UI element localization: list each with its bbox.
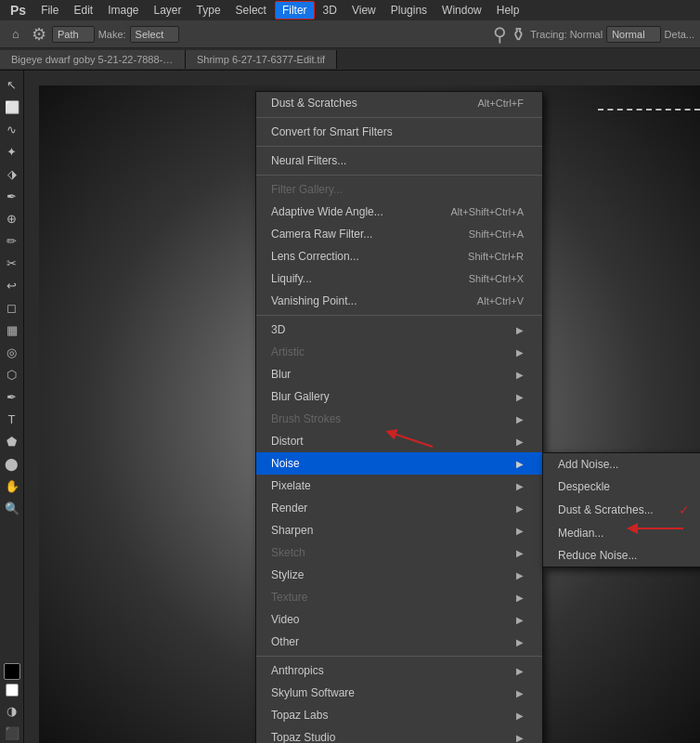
tool-select[interactable]: ⬜ [2,97,22,117]
menubar-view[interactable]: View [345,2,382,19]
tool-gradient[interactable]: ▦ [2,319,22,340]
menu-item-topaz-studio[interactable]: Topaz Studio ▶ [256,726,542,743]
menu-item-convert-smart[interactable]: Convert for Smart Filters [256,121,542,143]
tool-clone[interactable]: ✂ [2,253,22,273]
menu-item-artistic: Artistic ▶ [256,341,542,363]
tracing-dropdown[interactable]: Normal [606,26,660,43]
divider-4 [256,315,542,316]
menubar-layer[interactable]: Layer [148,2,188,19]
foreground-color[interactable] [4,663,20,680]
tabbar: Bigeye dwarf goby 5-21-22-7888-Recov... … [0,48,700,71]
submenu-reduce-noise[interactable]: Reduce Noise... [543,544,700,567]
menu-item-filter-gallery: Filter Gallery... [256,178,542,201]
menubar-type[interactable]: Type [190,2,227,19]
canvas-area: Dust & Scratches Alt+Ctrl+F Convert for … [24,71,700,743]
menu-item-skylum[interactable]: Skylum Software ▶ [256,682,542,704]
menubar-help[interactable]: Help [490,2,526,19]
menu-item-distort[interactable]: Distort ▶ [256,430,542,452]
ruler-vertical [24,85,39,743]
tool-dodge[interactable]: ⬡ [2,364,22,385]
submenu-add-noise[interactable]: Add Noise... [543,453,700,476]
tool-zoom[interactable]: 🔍 [2,498,22,518]
menubar-plugins[interactable]: Plugins [384,2,434,19]
tool-path[interactable]: ⬟ [2,431,22,451]
tab-0[interactable]: Bigeye dwarf goby 5-21-22-7888-Recov... [0,50,186,69]
submenu-median[interactable]: Median... [543,522,700,544]
tool-text[interactable]: T [2,409,22,429]
tool-eyedropper[interactable]: ✒ [2,186,22,206]
menu-item-render[interactable]: Render ▶ [256,497,542,519]
menu-item-texture: Texture ▶ [256,586,542,608]
menu-item-camera-raw[interactable]: Camera Raw Filter... Shift+Ctrl+A [256,223,542,245]
tab-1[interactable]: Shrimp 6-27-17-6377-Edit.tif [186,50,337,69]
background-color[interactable] [6,684,19,697]
menu-item-video[interactable]: Video ▶ [256,608,542,631]
divider-1 [256,117,542,118]
menubar-file[interactable]: File [34,2,65,19]
tool-shape[interactable]: ⬤ [2,453,22,474]
menu-item-anthropics[interactable]: Anthropics ▶ [256,659,542,682]
tool-move[interactable]: ↖ [2,74,22,95]
divider-2 [256,146,542,147]
menubar-filter[interactable]: Filter [275,1,315,20]
tool-lasso[interactable]: ∿ [2,119,22,139]
select-dropdown[interactable]: Select [130,26,180,43]
main-area: ↖ ⬜ ∿ ✦ ⬗ ✒ ⊕ ✏ ✂ ↩ ◻ ▦ ◎ ⬡ ✒ T ⬟ ⬤ ✋ 🔍 … [0,71,700,743]
make-label: Make: [98,29,126,40]
menu-item-noise[interactable]: Noise ▶ Add Noise... Despeckle Dust & Sc… [256,452,542,475]
menubar: Ps File Edit Image Layer Type Select Fil… [0,0,700,20]
divider-3 [256,175,542,176]
menu-item-sharpen[interactable]: Sharpen ▶ [256,519,542,541]
tool-history[interactable]: ↩ [2,275,22,295]
menubar-select[interactable]: Select [229,2,273,19]
submenu-despeckle[interactable]: Despeckle [543,476,700,498]
menu-item-stylize[interactable]: Stylize ▶ [256,564,542,586]
brush-tool-icon: ⚙ [30,24,48,45]
menu-item-other[interactable]: Other ▶ [256,631,542,653]
menu-item-blur-gallery[interactable]: Blur Gallery ▶ [256,385,542,408]
menu-item-3d[interactable]: 3D ▶ [256,319,542,341]
home-icon[interactable]: ⌂ [6,24,26,45]
menu-item-topaz-labs[interactable]: Topaz Labs ▶ [256,704,542,726]
tool-heal[interactable]: ⊕ [2,208,22,228]
menubar-edit[interactable]: Edit [67,2,99,19]
ruler-horizontal [24,71,700,85]
tool-brush[interactable]: ✏ [2,230,22,251]
tool-blur[interactable]: ◎ [2,342,22,362]
tracing-label: Tracing: Normal [530,29,603,40]
toolpanel: ↖ ⬜ ∿ ✦ ⬗ ✒ ⊕ ✏ ✂ ↩ ◻ ▦ ◎ ⬡ ✒ T ⬟ ⬤ ✋ 🔍 … [0,71,24,743]
menu-item-dust-scratches-top[interactable]: Dust & Scratches Alt+Ctrl+F [256,92,542,114]
tool-hand[interactable]: ✋ [2,476,22,496]
toolbar: ⌂ ⚙ Path Make: Select ⚲ ⚱ Tracing: Norma… [0,20,700,48]
tool-magic-wand[interactable]: ✦ [2,141,22,162]
menubar-image[interactable]: Image [101,2,145,19]
detail-label: Deta... [665,29,694,40]
path-dropdown[interactable]: Path [52,26,95,43]
tool-crop[interactable]: ⬗ [2,163,22,184]
menu-item-sketch: Sketch ▶ [256,541,542,564]
menu-item-vanishing-point[interactable]: Vanishing Point... Alt+Ctrl+V [256,290,542,312]
quick-mask[interactable]: ◑ [2,700,22,721]
menubar-window[interactable]: Window [435,2,488,19]
menu-item-lens-correction[interactable]: Lens Correction... Shift+Ctrl+R [256,245,542,267]
divider-5 [256,656,542,657]
tool-pen[interactable]: ✒ [2,386,22,407]
warp2-icon: ⚱ [511,23,526,46]
menu-item-brush-strokes: Brush Strokes ▶ [256,408,542,430]
noise-submenu: Add Noise... Despeckle Dust & Scratches.… [542,452,700,567]
selection-dashed-line [598,109,700,111]
menu-item-neural-filters[interactable]: Neural Filters... [256,150,542,172]
menu-item-pixelate[interactable]: Pixelate ▶ [256,475,542,497]
dust-scratches-check: ✓ [679,502,690,517]
filter-dropdown-menu: Dust & Scratches Alt+Ctrl+F Convert for … [255,91,543,743]
tool-eraser[interactable]: ◻ [2,297,22,318]
submenu-dust-scratches[interactable]: Dust & Scratches... ✓ [543,498,700,522]
menu-item-blur[interactable]: Blur ▶ [256,363,542,385]
menubar-ps[interactable]: Ps [4,1,32,20]
screen-mode[interactable]: ⬛ [2,723,22,743]
warp-icon: ⚲ [493,23,507,46]
menubar-3d[interactable]: 3D [317,2,344,19]
menu-item-adaptive-wide[interactable]: Adaptive Wide Angle... Alt+Shift+Ctrl+A [256,201,542,223]
menu-item-liquify[interactable]: Liquify... Shift+Ctrl+X [256,267,542,290]
